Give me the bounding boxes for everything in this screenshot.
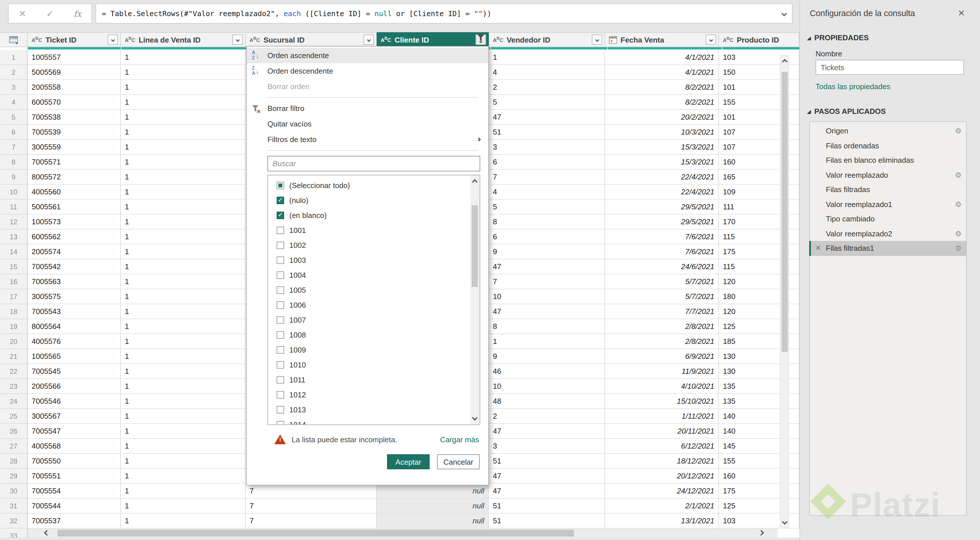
column-header-ticket-id[interactable]: ABC Ticket ID [28, 32, 121, 47]
applied-step[interactable]: ✕ Filas filtradas1 ⚙ [810, 241, 966, 256]
row-number[interactable]: 16 [0, 274, 28, 289]
cell-linea-de-venta-id[interactable]: 1 [121, 50, 246, 65]
cell-ticket-id[interactable]: 8005564 [28, 319, 121, 334]
row-number[interactable]: 21 [0, 349, 28, 364]
row-number[interactable]: 28 [0, 454, 28, 469]
column-header-linea-de-venta-id[interactable]: ABC Linea de Venta ID [121, 32, 246, 47]
cell-ticket-id[interactable]: 7005539 [28, 125, 121, 140]
formula-expand-icon[interactable] [781, 11, 787, 16]
filter-value-option[interactable]: 1002 [268, 238, 480, 253]
cell-vendedor-id[interactable]: 5 [489, 95, 605, 110]
cell-fecha-venta[interactable]: 29/5/2021 [605, 200, 719, 214]
checkbox[interactable] [277, 331, 284, 338]
column-header-producto-id[interactable]: ABC Producto ID [719, 32, 799, 47]
column-header-sucursal-id[interactable]: ABC Sucursal ID [246, 32, 377, 47]
cell-fecha-venta[interactable]: 2/8/2021 [605, 319, 719, 334]
scroll-up-icon[interactable] [472, 179, 477, 185]
cell-linea-de-venta-id[interactable]: 1 [121, 65, 246, 80]
cell-linea-de-venta-id[interactable]: 1 [121, 334, 246, 349]
query-name-input[interactable] [816, 60, 964, 75]
row-number[interactable]: 23 [0, 379, 28, 394]
filter-value-option[interactable]: (en blanco) [268, 208, 480, 222]
cell-ticket-id[interactable]: 7005543 [28, 304, 121, 319]
applied-step[interactable]: Filas en blanco eliminadas [810, 153, 966, 168]
cell-linea-de-venta-id[interactable]: 1 [121, 394, 246, 409]
cell-vendedor-id[interactable]: 47 [489, 304, 605, 319]
cell-vendedor-id[interactable]: 2 [489, 80, 605, 95]
cell-ticket-id[interactable]: 6005562 [28, 229, 121, 245]
cell-fecha-venta[interactable]: 4/10/2021 [605, 379, 719, 394]
cell-fecha-venta[interactable]: 7/6/2021 [605, 229, 719, 245]
cell-ticket-id[interactable]: 3005575 [28, 289, 121, 304]
row-number[interactable]: 10 [0, 184, 28, 200]
cell-linea-de-venta-id[interactable]: 1 [121, 125, 246, 140]
checkbox[interactable] [277, 376, 284, 383]
cell-ticket-id[interactable]: 3005567 [28, 409, 121, 424]
cell-linea-de-venta-id[interactable]: 1 [121, 184, 246, 200]
scroll-right-icon[interactable] [758, 530, 764, 536]
cell-vendedor-id[interactable]: 3 [489, 439, 605, 454]
row-number[interactable]: 9 [0, 170, 28, 184]
filter-value-option[interactable]: (Seleccionar todo) [268, 178, 480, 193]
filter-value-option[interactable]: 1008 [268, 327, 480, 342]
vertical-scrollbar-thumb[interactable] [781, 72, 788, 352]
cell-linea-de-venta-id[interactable]: 1 [121, 439, 246, 454]
cell-linea-de-venta-id[interactable]: 1 [121, 364, 246, 379]
checkbox[interactable] [277, 316, 284, 324]
cell-ticket-id[interactable]: 7005554 [28, 484, 121, 499]
menu-item-text-filters[interactable]: Filtros de texto [247, 132, 488, 147]
filter-value-option[interactable]: 1009 [268, 342, 480, 357]
select-all-corner[interactable] [0, 32, 28, 47]
cell-linea-de-venta-id[interactable]: 1 [121, 409, 246, 424]
column-header-cliente-id[interactable]: ABC Cliente ID [377, 32, 489, 47]
cell-linea-de-venta-id[interactable]: 1 [121, 245, 246, 259]
cell-fecha-venta[interactable]: 6/12/2021 [605, 439, 719, 454]
cell-cliente-id[interactable]: null [377, 499, 489, 513]
cell-linea-de-venta-id[interactable]: 1 [121, 274, 246, 289]
cell-fecha-venta[interactable]: 5/7/2021 [605, 274, 719, 289]
column-header-fecha-venta[interactable]: Fecha Venta [605, 32, 719, 47]
cell-vendedor-id[interactable]: 7 [489, 170, 605, 184]
row-number[interactable]: 17 [0, 289, 28, 304]
cell-fecha-venta[interactable]: 7/6/2021 [605, 245, 719, 259]
cell-ticket-id[interactable]: 2005574 [28, 245, 121, 259]
checkbox[interactable] [277, 271, 284, 279]
filter-value-option[interactable]: (nulo) [268, 193, 480, 208]
filter-value-option[interactable]: 1001 [268, 222, 480, 238]
gear-icon[interactable]: ⚙ [955, 244, 962, 253]
row-number[interactable]: 11 [0, 200, 28, 214]
column-dropdown-button[interactable] [363, 35, 374, 45]
cell-fecha-venta[interactable]: 24/6/2021 [605, 259, 719, 274]
horizontal-scrollbar-thumb[interactable] [57, 530, 574, 537]
cell-vendedor-id[interactable]: 51 [489, 454, 605, 469]
cell-ticket-id[interactable]: 7005542 [28, 259, 121, 274]
cell-vendedor-id[interactable]: 10 [489, 289, 605, 304]
gear-icon[interactable]: ⚙ [955, 171, 962, 179]
all-properties-link[interactable]: Todas las propiedades [816, 82, 890, 91]
column-dropdown-button[interactable] [706, 35, 716, 45]
checkbox[interactable] [277, 226, 284, 234]
cell-vendedor-id[interactable]: 48 [489, 394, 605, 409]
cell-sucursal-id[interactable]: 7 [246, 484, 377, 499]
cell-linea-de-venta-id[interactable]: 1 [121, 200, 246, 214]
checkbox[interactable] [277, 181, 284, 189]
cell-fecha-venta[interactable]: 22/4/2021 [605, 184, 719, 200]
menu-item-remove-empty[interactable]: Quitar vacíos [247, 116, 488, 132]
filter-value-option[interactable]: 1007 [268, 312, 480, 327]
row-number[interactable]: 14 [0, 245, 28, 259]
menu-item-sort-ascending[interactable]: AZ↓ Orden ascendente [247, 48, 488, 63]
cell-ticket-id[interactable]: 7005563 [28, 274, 121, 289]
checkbox[interactable] [277, 256, 284, 264]
filter-value-option[interactable]: 1003 [268, 253, 480, 267]
row-number[interactable]: 2 [0, 65, 28, 80]
cell-vendedor-id[interactable]: 10 [489, 379, 605, 394]
filter-value-option[interactable]: 1010 [268, 357, 480, 372]
cell-fecha-venta[interactable]: 18/12/2021 [605, 454, 719, 469]
cell-linea-de-venta-id[interactable]: 1 [121, 95, 246, 110]
cancel-button[interactable]: Cancelar [437, 454, 480, 469]
row-number[interactable]: 1 [0, 50, 28, 65]
cell-fecha-venta[interactable]: 29/5/2021 [605, 214, 719, 229]
row-number[interactable]: 29 [0, 469, 28, 484]
cell-vendedor-id[interactable]: 1 [489, 334, 605, 349]
cell-sucursal-id[interactable]: 7 [246, 499, 377, 513]
